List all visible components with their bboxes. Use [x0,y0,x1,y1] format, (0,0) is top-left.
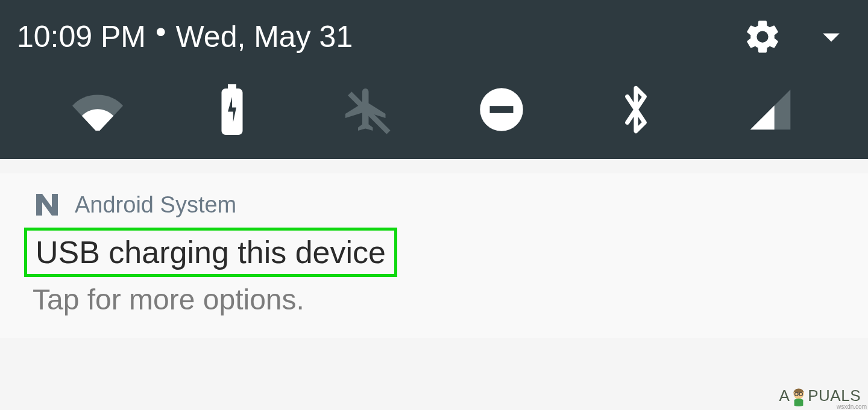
status-time: 10:09 PM [17,19,146,54]
battery-toggle[interactable] [202,85,262,134]
watermark-avatar-icon [790,387,808,406]
watermark-text-puals: PUALS [808,387,861,405]
notification-app-row: Android System [33,190,835,219]
usb-notification[interactable]: Android System USB charging this device … [0,173,868,338]
site-watermark: A PUALS [779,386,861,405]
do-not-disturb-icon [478,86,525,133]
shade-header: 10:09 PM • Wed, May 31 [0,0,868,69]
notification-title: USB charging this device [36,234,386,270]
bluetooth-toggle[interactable] [606,85,666,134]
notification-subtitle: Tap for more options. [33,283,835,316]
quick-settings-row [0,69,868,159]
expand-icon[interactable] [811,17,851,57]
notification-shade: 10:09 PM • Wed, May 31 [0,0,868,159]
dnd-toggle[interactable] [471,85,532,134]
notification-title-highlight: USB charging this device [24,228,397,277]
status-date: Wed, May 31 [176,19,353,54]
wifi-icon [71,89,125,131]
battery-charging-icon [216,84,248,135]
wifi-toggle[interactable] [68,85,128,134]
settings-icon[interactable] [743,17,782,57]
cellular-toggle[interactable] [740,85,800,134]
bluetooth-icon [621,84,651,135]
android-n-icon [33,190,61,219]
watermark-text-a: A [779,387,790,405]
time-date: 10:09 PM • Wed, May 31 [17,19,353,54]
header-actions [743,17,851,57]
cellular-signal-icon [746,85,794,134]
notification-area: Android System USB charging this device … [0,159,868,338]
svg-rect-2 [489,106,513,113]
airplane-mode-icon [341,84,392,135]
source-watermark: wsxdn.com [837,403,867,410]
airplane-toggle[interactable] [336,85,397,134]
notification-app-name: Android System [75,192,236,218]
